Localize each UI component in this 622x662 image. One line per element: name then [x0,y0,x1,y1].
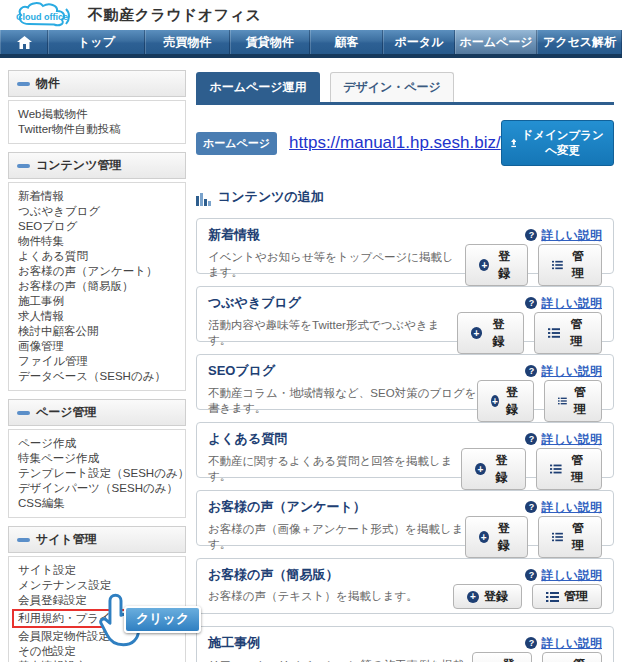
card-description: リフォーム・リノベーション等の施工事例を掲載します。 [208,658,472,662]
manage-button[interactable]: 管理 [532,584,602,609]
sidebar-item-twitter-auto-post[interactable]: Twitter物件自動投稿 [18,122,176,137]
logo-text: Cloud office [16,12,68,22]
sidebar-item-site-settings[interactable]: サイト設定 [18,563,176,578]
content-card-faq: よくある質問 ? 詳しい説明 不動産に関するよくある質問と回答を掲載します。 +… [196,422,614,478]
help-link[interactable]: ? 詳しい説明 [525,295,602,312]
help-link-label[interactable]: 詳しい説明 [541,499,602,516]
nav-item-portal[interactable]: ポータル [383,30,455,54]
sidebar-item-news[interactable]: 新着情報 [18,189,176,204]
card-description: 不動産に関するよくある質問と回答を掲載します。 [208,454,461,484]
content-card-voice-survey: お客様の声（アンケート） ? 詳しい説明 お客様の声（画像＋アンケート形式）を掲… [196,490,614,546]
manage-button[interactable]: 管理 [538,244,602,286]
register-button[interactable]: +登録 [457,312,524,354]
help-link-label[interactable]: 詳しい説明 [541,567,602,584]
register-button[interactable]: +登録 [453,584,522,609]
sidebar-section-page-mgmt-items: ページ作成 特集ページ作成 テンプレート設定（SESHのみ） デザインパーツ（S… [8,429,186,518]
sidebar-item-seo-blog[interactable]: SEOブログ [18,219,176,234]
up-arrow-icon [511,137,517,149]
nav-item-homepage[interactable]: ホームページ [455,30,537,54]
sidebar-item-page-create[interactable]: ページ作成 [18,436,176,451]
help-link[interactable]: ? 詳しい説明 [525,431,602,448]
sidebar-item-maintenance-settings[interactable]: メンテナンス設定 [18,578,176,593]
help-link[interactable]: ? 詳しい説明 [525,567,602,584]
sidebar-item-construction-cases[interactable]: 施工事例 [18,294,176,309]
register-button[interactable]: +登録 [465,516,528,558]
top-nav: トップ 売買物件 賃貸物件 顧客 ポータル ホームページ アクセス解析 [0,30,622,58]
content-add-header: コンテンツの追加 [196,188,614,206]
sidebar-item-database[interactable]: データベース（SESHのみ） [18,369,176,384]
help-link-label[interactable]: 詳しい説明 [541,295,602,312]
sidebar-item-other-settings[interactable]: その他設定 [18,644,176,659]
help-link[interactable]: ? 詳しい説明 [525,363,602,380]
sidebar-item-web-properties[interactable]: Web掲載物件 [18,107,176,122]
sidebar-item-tweet-blog[interactable]: つぶやきブログ [18,204,176,219]
register-button[interactable]: +登録 [477,380,534,422]
tab-design-page[interactable]: デザイン・ページ [330,72,454,102]
sidebar-item-property-feature[interactable]: 物件特集 [18,234,176,249]
question-icon: ? [525,297,537,309]
tab-homepage-operation[interactable]: ホームページ運用 [196,72,320,102]
card-title: よくある質問 [208,430,287,448]
plus-icon: + [479,531,489,543]
sidebar-item-design-parts[interactable]: デザインパーツ（SESHのみ） [18,481,176,496]
sidebar-item-template-settings[interactable]: テンプレート設定（SESHのみ） [18,466,176,481]
content-card-tweet-blog: つぶやきブログ ? 詳しい説明 活動内容や趣味等をTwitter形式でつぶやきま… [196,286,614,342]
sidebar-item-image-mgmt[interactable]: 画像管理 [18,339,176,354]
nav-item-access-analytics[interactable]: アクセス解析 [537,30,622,54]
manage-label: 管理 [565,316,588,350]
help-link-label[interactable]: 詳しい説明 [541,635,602,652]
tab-bar: ホームページ運用 デザイン・ページ [196,72,614,105]
card-title: つぶやきブログ [208,294,301,312]
homepage-badge: ホームページ [196,132,277,155]
register-button[interactable]: +登録 [465,244,528,286]
nav-item-sale-properties[interactable]: 売買物件 [145,30,230,54]
sidebar-section-site-mgmt: サイト管理 [8,526,186,553]
register-button[interactable]: +登録 [461,448,526,490]
app-header: Cloud office 不動産クラウドオフィス [0,0,622,30]
help-link-label[interactable]: 詳しい説明 [541,431,602,448]
sidebar-section-properties: 物件 [8,70,186,97]
sidebar-item-prospect-publish[interactable]: 検討中顧客公開 [18,324,176,339]
question-icon: ? [525,365,537,377]
sidebar-section-properties-items: Web掲載物件 Twitter物件自動投稿 [8,100,186,144]
register-button[interactable]: +登録 [472,652,532,662]
nav-item-home[interactable] [0,30,48,54]
nav-item-customers[interactable]: 顧客 [310,30,383,54]
sidebar-item-file-mgmt[interactable]: ファイル管理 [18,354,176,369]
question-icon: ? [525,433,537,445]
card-title: 新着情報 [208,226,260,244]
sidebar-section-page-mgmt: ページ管理 [8,399,186,426]
card-description: 活動内容や趣味等をTwitter形式でつぶやきます。 [208,318,457,348]
manage-button[interactable]: 管理 [536,448,602,490]
sidebar-item-voice-simple[interactable]: お客様の声（簡易版） [18,279,176,294]
nav-item-top[interactable]: トップ [48,30,145,54]
manage-button[interactable]: 管理 [538,516,602,558]
site-url-link[interactable]: https://manual1.hp.sesh.biz/ [289,133,501,153]
card-description: イベントやお知らせ等をトップページに掲載します。 [208,250,465,280]
plus-icon: + [467,591,479,603]
manage-button[interactable]: 管理 [534,312,602,354]
sidebar-item-css-edit[interactable]: CSS編集 [18,496,176,511]
register-label: 登録 [487,316,510,350]
sidebar-item-voice-survey[interactable]: お客様の声（アンケート） [18,264,176,279]
help-link[interactable]: ? 詳しい説明 [525,227,602,244]
sidebar-section-title: サイト管理 [36,531,97,548]
manage-button[interactable]: 管理 [544,380,602,422]
list-icon [552,260,563,270]
help-link[interactable]: ? 詳しい説明 [525,635,602,652]
sidebar-item-job-info[interactable]: 求人情報 [18,309,176,324]
card-description: 不動産コラム・地域情報など、SEO対策のブログを書きます。 [208,386,477,416]
sidebar-section-title: ページ管理 [36,404,97,421]
dash-icon [17,411,30,415]
question-icon: ? [525,229,537,241]
sidebar-item-faq[interactable]: よくある質問 [18,249,176,264]
sidebar-item-feature-page-create[interactable]: 特集ページ作成 [18,451,176,466]
help-link-label[interactable]: 詳しい説明 [541,227,602,244]
domain-plan-button[interactable]: ドメインプランへ変更 [501,120,614,166]
manage-label: 管理 [564,588,588,605]
help-link[interactable]: ? 詳しい説明 [525,499,602,516]
nav-item-rental-properties[interactable]: 賃貸物件 [230,30,310,54]
app-title: 不動産クラウドオフィス [88,6,261,25]
help-link-label[interactable]: 詳しい説明 [541,363,602,380]
manage-button[interactable]: 管理 [542,652,602,662]
